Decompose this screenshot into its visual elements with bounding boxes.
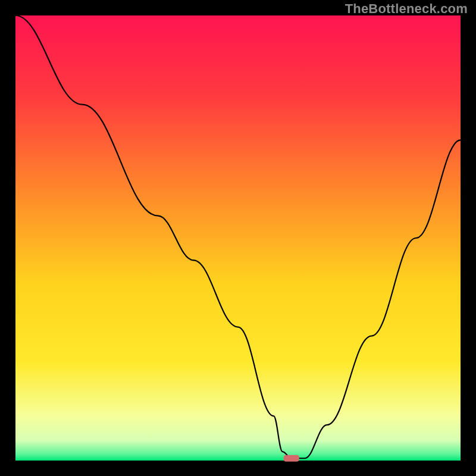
optimal-marker	[284, 455, 299, 462]
watermark-text: TheBottleneck.com	[345, 1, 468, 17]
bottleneck-chart	[0, 0, 476, 476]
gradient-background	[15, 15, 461, 461]
chart-frame: TheBottleneck.com	[0, 0, 476, 476]
